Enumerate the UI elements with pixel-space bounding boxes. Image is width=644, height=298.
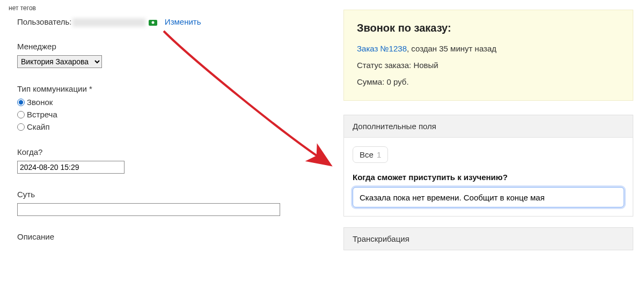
comm-type-label: Тип коммуникации * [17, 84, 322, 93]
extra-field-answer-input[interactable] [353, 187, 624, 207]
call-card-amount: Сумма: 0 руб. [357, 77, 620, 86]
call-card-order-line: Заказ №1238, создан 35 минут назад [357, 44, 620, 53]
manager-section: Менеджер Виктория Захарова [17, 42, 322, 68]
order-link[interactable]: Заказ №1238 [357, 44, 407, 53]
money-icon [149, 20, 157, 26]
extra-field-question: Когда сможет приступить к изучению? [353, 173, 624, 182]
comm-radio-meeting[interactable] [17, 111, 25, 118]
essence-label: Суть [17, 190, 322, 199]
transcription-header[interactable]: Транскрибация [344, 228, 633, 250]
call-card-title: Звонок по заказу: [357, 22, 620, 34]
comm-radio-meeting-label[interactable]: Встреча [27, 110, 57, 119]
essence-section: Суть [17, 190, 322, 216]
user-label: Пользователь: [17, 17, 72, 26]
comm-type-section: Тип коммуникации * Звонок Встреча Скайп [17, 84, 322, 131]
extra-fields-header[interactable]: Дополнительные поля [344, 115, 633, 138]
description-label: Описание [17, 232, 322, 241]
change-user-link[interactable]: Изменить [165, 17, 201, 26]
manager-select[interactable]: Виктория Захарова [17, 55, 102, 68]
filter-chip-all[interactable]: Все 1 [353, 146, 388, 163]
call-card: Звонок по заказу: Заказ №1238, создан 35… [343, 10, 633, 101]
manager-label: Менеджер [17, 42, 322, 51]
filter-chip-count: 1 [377, 150, 381, 159]
order-created-suffix: , создан 35 минут назад [407, 44, 496, 53]
transcription-panel: Транскрибация [343, 227, 633, 250]
comm-radio-skype-label[interactable]: Скайп [27, 122, 50, 131]
user-row: Пользователь: Изменить [17, 17, 322, 27]
when-label: Когда? [17, 147, 322, 157]
extra-fields-panel: Дополнительные поля Все 1 Когда сможет п… [343, 115, 633, 217]
comm-radio-call-label[interactable]: Звонок [27, 98, 53, 107]
filter-chip-label: Все [360, 150, 374, 159]
when-section: Когда? [17, 147, 322, 174]
no-tags-label: нет тегов [9, 4, 322, 12]
comm-radio-call[interactable] [17, 99, 25, 106]
description-section: Описание [17, 232, 322, 241]
when-input[interactable] [17, 161, 125, 174]
call-card-status: Статус заказа: Новый [357, 61, 620, 70]
essence-input[interactable] [17, 203, 280, 216]
user-name-redacted [72, 18, 145, 27]
comm-radio-skype[interactable] [17, 123, 25, 131]
